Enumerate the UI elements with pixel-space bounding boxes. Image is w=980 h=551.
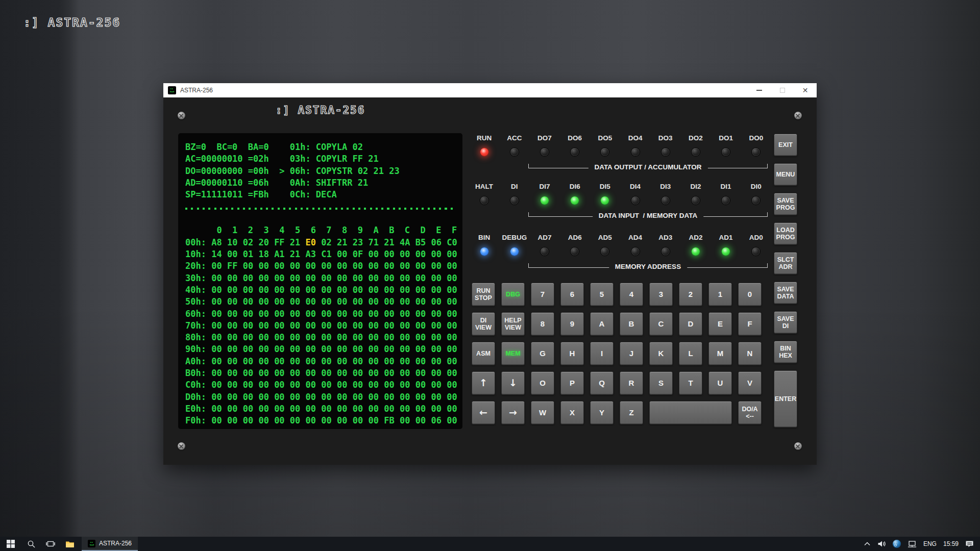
led-label: DI6 bbox=[570, 182, 580, 191]
key-asm[interactable]: ASM bbox=[472, 342, 495, 365]
group-bracket: DATA INPUT / MEMORY DATA bbox=[528, 212, 768, 217]
memory-byte: 00 bbox=[258, 344, 268, 354]
key-up[interactable]: ↑ bbox=[472, 371, 495, 395]
key-u[interactable]: U bbox=[708, 371, 732, 395]
key-t[interactable]: T bbox=[679, 371, 702, 395]
key-7[interactable]: 7 bbox=[531, 283, 554, 306]
key-y[interactable]: Y bbox=[590, 401, 614, 424]
key-right[interactable]: → bbox=[501, 401, 525, 424]
key-w[interactable]: W bbox=[531, 401, 554, 424]
key-o[interactable]: O bbox=[531, 371, 554, 395]
key-6[interactable]: 6 bbox=[560, 283, 584, 306]
terminal-screen: BZ=0 BC=0 BA=0 01h: COPYLA 02AC=00000010… bbox=[178, 133, 462, 429]
memory-byte: 00 bbox=[258, 273, 268, 283]
memory-byte: 00 bbox=[337, 261, 347, 271]
btn-exit[interactable]: EXIT bbox=[774, 134, 797, 156]
network-button[interactable] bbox=[908, 540, 917, 548]
key-n[interactable]: N bbox=[738, 342, 762, 365]
led-ad3: AD3 bbox=[650, 231, 680, 256]
group-label: DATA OUTPUT / ACCUMULATOR bbox=[588, 163, 707, 171]
key-help-view[interactable]: HELP VIEW bbox=[501, 312, 525, 336]
led-debug: DEBUG bbox=[499, 231, 529, 256]
btn-save-data[interactable]: SAVE DATA bbox=[774, 282, 797, 304]
btn-enter[interactable]: ENTER bbox=[774, 370, 797, 428]
key-s[interactable]: S bbox=[649, 371, 673, 395]
key-0[interactable]: 0 bbox=[738, 283, 762, 306]
language-indicator[interactable]: ENG bbox=[923, 540, 937, 547]
key-m[interactable]: M bbox=[708, 342, 732, 365]
key-5[interactable]: 5 bbox=[590, 283, 614, 306]
key-d[interactable]: D bbox=[679, 312, 702, 336]
key-a[interactable]: A bbox=[590, 312, 614, 336]
key-9[interactable]: 9 bbox=[560, 312, 584, 336]
key-dbg[interactable]: DBG bbox=[501, 283, 525, 306]
key-8[interactable]: 8 bbox=[531, 312, 554, 336]
key-c[interactable]: C bbox=[649, 312, 673, 336]
led-label: DI0 bbox=[751, 182, 762, 191]
key-4[interactable]: 4 bbox=[620, 283, 643, 306]
memory-dump-row: E0h: 00 00 00 00 00 00 00 00 00 00 00 00… bbox=[185, 403, 462, 415]
key-mem[interactable]: MEM bbox=[501, 342, 525, 365]
btn-menu[interactable]: MENU bbox=[774, 163, 797, 186]
btn-load-prog[interactable]: LOAD PROG bbox=[774, 222, 797, 245]
memory-byte: 00 bbox=[369, 415, 379, 425]
key-h[interactable]: H bbox=[560, 342, 584, 365]
key-j[interactable]: J bbox=[620, 342, 643, 365]
btn-save-prog[interactable]: SAVE PROG bbox=[774, 193, 797, 215]
key-r[interactable]: R bbox=[620, 371, 643, 395]
screw-icon bbox=[794, 112, 802, 119]
key-l[interactable]: L bbox=[679, 342, 702, 365]
led-do7: DO7 bbox=[529, 131, 559, 156]
key-z[interactable]: Z bbox=[620, 401, 643, 424]
memory-byte: 21 bbox=[384, 237, 394, 247]
key-b[interactable]: B bbox=[620, 312, 643, 336]
memory-byte: 00 bbox=[290, 380, 300, 390]
key-v[interactable]: V bbox=[738, 371, 762, 395]
memory-byte: 00 bbox=[337, 356, 347, 366]
key-blank[interactable] bbox=[649, 401, 732, 424]
led-di2-light bbox=[692, 196, 700, 205]
task-view-button[interactable] bbox=[41, 537, 60, 551]
volume-button[interactable] bbox=[877, 540, 886, 547]
close-button[interactable]: ✕ bbox=[794, 83, 817, 97]
taskbar-app-astra-256[interactable]: :] ASTRA-256 bbox=[82, 537, 138, 551]
notification-center-button[interactable] bbox=[965, 540, 974, 548]
tray-expand-button[interactable] bbox=[864, 541, 871, 546]
search-button[interactable] bbox=[21, 537, 41, 551]
memory-byte: 00 bbox=[400, 273, 410, 283]
memory-byte: 00 bbox=[447, 273, 457, 283]
key-p[interactable]: P bbox=[560, 371, 584, 395]
btn-slct-adr[interactable]: SLCT ADR bbox=[774, 252, 797, 274]
key-di-view[interactable]: DI VIEW bbox=[472, 312, 495, 336]
memory-byte: 00 bbox=[243, 415, 253, 425]
key-k[interactable]: K bbox=[649, 342, 673, 365]
key-3[interactable]: 3 bbox=[649, 283, 673, 306]
group-bracket: DATA OUTPUT / ACCUMULATOR bbox=[528, 164, 768, 168]
btn-save-di[interactable]: SAVE DI bbox=[774, 311, 797, 334]
key-run-stop[interactable]: RUN STOP bbox=[472, 283, 495, 306]
file-explorer-button[interactable] bbox=[60, 537, 80, 551]
key-left[interactable]: ← bbox=[472, 401, 495, 424]
memory-byte: 00 bbox=[337, 296, 347, 307]
led-do5-light bbox=[601, 148, 609, 156]
key-g[interactable]: G bbox=[531, 342, 554, 365]
led-label: DI7 bbox=[539, 182, 550, 191]
memory-byte: 00 bbox=[353, 344, 363, 354]
key-do-a[interactable]: DO/A <-- bbox=[738, 401, 762, 424]
led-di1-light bbox=[722, 196, 730, 205]
key-x[interactable]: X bbox=[560, 401, 584, 424]
key-down[interactable]: ↓ bbox=[501, 371, 525, 395]
key-f[interactable]: F bbox=[738, 312, 762, 336]
key-q[interactable]: Q bbox=[590, 371, 614, 395]
desktop-logo: :] ASTRA-256 bbox=[23, 16, 120, 29]
key-1[interactable]: 1 bbox=[708, 283, 732, 306]
key-i[interactable]: I bbox=[590, 342, 614, 365]
key-2[interactable]: 2 bbox=[679, 283, 702, 306]
btn-bin-hex[interactable]: BIN HEX bbox=[774, 341, 797, 363]
steam-tray-button[interactable] bbox=[893, 540, 901, 548]
key-e[interactable]: E bbox=[708, 312, 732, 336]
start-button[interactable] bbox=[0, 537, 21, 551]
steam-icon bbox=[893, 540, 901, 548]
memory-byte: 00 bbox=[211, 296, 222, 307]
clock[interactable]: 15:59 bbox=[943, 540, 959, 547]
